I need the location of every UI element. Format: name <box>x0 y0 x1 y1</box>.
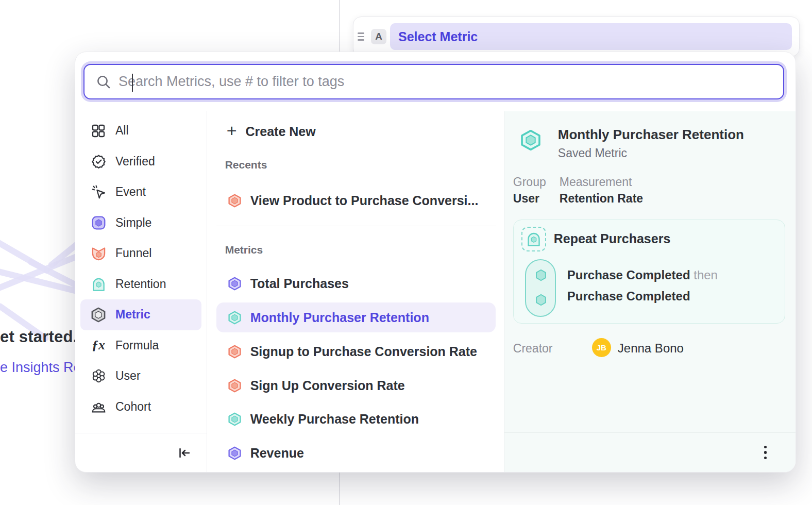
definition-step-1: Purchase Completed then <box>567 268 718 282</box>
sidebar-item-label: Formula <box>115 339 159 352</box>
recent-item-label: View Product to Purchase Conversi... <box>250 193 479 208</box>
metrics-header: Metrics <box>225 244 263 256</box>
cursor-sparkle-icon <box>91 184 106 200</box>
simple-metric-hexagon-icon <box>228 446 242 460</box>
collapse-sidebar-icon[interactable] <box>175 444 194 462</box>
metric-definition-card: Repeat Purchasers Purchase Completed the… <box>513 220 785 324</box>
sidebar-item-simple[interactable]: Simple <box>80 208 201 239</box>
sidebar-footer <box>75 433 207 472</box>
event-hexagon-icon <box>534 268 548 282</box>
sidebar-item-label: User <box>115 369 141 383</box>
details-title: Monthly Purchaser Retention <box>558 127 744 143</box>
creator-label: Creator <box>513 342 553 356</box>
metric-picker-popover: All Verified Event <box>75 52 796 473</box>
details-subtitle: Saved Metric <box>558 146 627 160</box>
drag-handle-icon[interactable] <box>358 32 366 41</box>
filter-sidebar: All Verified Event <box>75 111 207 472</box>
select-metric-label: Select Metric <box>398 29 478 44</box>
sidebar-item-label: Simple <box>115 216 151 230</box>
metric-hexagon-icon <box>91 307 106 323</box>
sidebar-item-label: Retention <box>115 277 166 291</box>
metric-list-item[interactable]: Signup to Purchase Conversion Rate <box>216 336 496 366</box>
verified-badge-icon <box>91 154 106 169</box>
metric-details-panel: Monthly Purchaser Retention Saved Metric… <box>504 111 796 472</box>
retention-metric-hexagon-icon <box>228 412 242 426</box>
funnel-metric-hexagon-icon <box>228 379 242 393</box>
screen: et started. e Insights Re A Select Metri… <box>0 0 812 505</box>
search-bar[interactable] <box>83 64 784 99</box>
more-options-icon[interactable] <box>761 443 770 463</box>
picker-body: All Verified Event <box>75 111 796 472</box>
metric-list-column: + Create New Recents View Product to Pur… <box>207 111 504 472</box>
sidebar-item-verified[interactable]: Verified <box>80 146 201 177</box>
sidebar-item-all[interactable]: All <box>80 115 201 146</box>
select-metric-bar: A Select Metric <box>353 16 800 57</box>
details-footer <box>504 432 796 472</box>
group-value: User <box>513 192 539 206</box>
metric-list-item[interactable]: Weekly Purchase Retention <box>216 404 496 434</box>
event-sequence-capsule <box>525 259 556 317</box>
retention-icon <box>91 276 106 292</box>
definition-step-2: Purchase Completed <box>567 289 690 304</box>
user-cluster-icon <box>91 368 106 384</box>
saved-metric-hexagon-icon <box>520 129 542 151</box>
metric-item-label: Monthly Purchaser Retention <box>250 310 429 325</box>
event-hexagon-icon <box>534 293 548 307</box>
metric-item-label: Signup to Purchase Conversion Rate <box>250 344 477 359</box>
simple-metric-icon <box>91 215 106 230</box>
sidebar-item-cohort[interactable]: Cohort <box>80 392 201 423</box>
background-link-fragment[interactable]: e Insights Re <box>0 360 81 376</box>
text-cursor <box>132 74 133 92</box>
metric-list-item-selected[interactable]: Monthly Purchaser Retention <box>216 302 496 332</box>
sidebar-item-funnel[interactable]: Funnel <box>80 238 201 269</box>
section-divider <box>216 226 496 226</box>
sidebar-item-label: Event <box>115 185 146 199</box>
create-new-button[interactable]: + Create New <box>207 121 316 142</box>
group-label: Group <box>513 175 546 189</box>
creator-name: Jenna Bono <box>618 341 684 356</box>
sidebar-item-label: Cohort <box>115 400 151 414</box>
metric-item-label: Sign Up Conversion Rate <box>250 378 405 393</box>
measurement-label: Measurement <box>560 175 632 189</box>
select-metric-button[interactable]: Select Metric <box>390 23 792 50</box>
measurement-value: Retention Rate <box>560 192 643 206</box>
sidebar-item-event[interactable]: Event <box>80 177 201 208</box>
recent-item[interactable]: View Product to Purchase Conversi... <box>216 186 496 215</box>
metric-item-label: Revenue <box>250 446 304 461</box>
funnel-icon <box>91 246 106 261</box>
search-input[interactable] <box>119 65 783 98</box>
metric-item-label: Total Purchases <box>250 276 349 291</box>
recents-header: Recents <box>225 159 267 171</box>
funnel-metric-hexagon-icon <box>228 194 242 208</box>
grid-icon <box>91 123 106 139</box>
simple-metric-hexagon-icon <box>228 277 242 291</box>
sidebar-item-label: Funnel <box>115 246 151 260</box>
sidebar-item-formula[interactable]: ƒx Formula <box>80 330 201 361</box>
definition-name: Repeat Purchasers <box>554 231 671 246</box>
sidebar-item-user[interactable]: User <box>80 361 201 392</box>
create-new-label: Create New <box>246 124 316 139</box>
funnel-metric-hexagon-icon <box>228 345 242 359</box>
creator-avatar[interactable]: JB <box>592 338 611 357</box>
search-icon <box>96 74 111 90</box>
formula-icon: ƒx <box>91 338 106 353</box>
plus-icon: + <box>227 122 237 139</box>
sidebar-item-metric[interactable]: Metric <box>80 299 201 330</box>
metric-list-item[interactable]: Revenue <box>216 438 496 468</box>
metric-list-item[interactable]: Sign Up Conversion Rate <box>216 371 496 400</box>
sidebar-item-label: All <box>115 124 129 138</box>
retention-step-icon <box>521 227 546 251</box>
sequence-connector: then <box>693 268 718 282</box>
metric-item-label: Weekly Purchase Retention <box>250 412 419 427</box>
retention-metric-hexagon-icon <box>228 311 242 325</box>
sidebar-item-label: Verified <box>115 155 155 169</box>
series-a-badge[interactable]: A <box>371 29 386 44</box>
sidebar-item-label: Metric <box>115 308 150 322</box>
background-headline-fragment: et started. <box>0 328 77 346</box>
metric-list-item[interactable]: Total Purchases <box>216 268 496 298</box>
cohort-icon <box>91 399 106 414</box>
sidebar-item-retention[interactable]: Retention <box>80 269 201 300</box>
